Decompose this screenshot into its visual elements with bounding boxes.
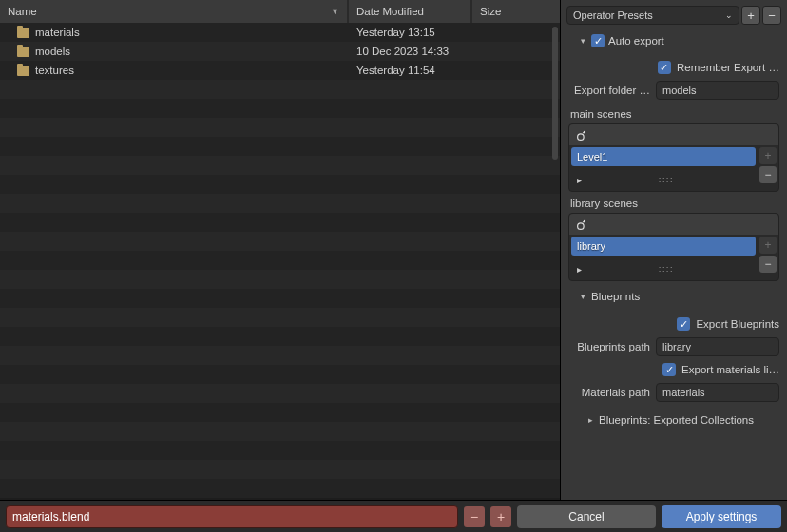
svg-point-3: [583, 220, 585, 222]
list-grip-icon[interactable]: ∷∷: [601, 264, 731, 275]
svg-point-0: [577, 133, 584, 140]
export-folder-field[interactable]: models: [656, 81, 779, 100]
list-remove-button[interactable]: −: [759, 256, 777, 273]
file-row[interactable]: materials Yesterday 13:15: [0, 23, 560, 42]
chevron-right-icon: ▸: [585, 415, 595, 425]
file-row[interactable]: [0, 346, 560, 365]
library-scenes-title: library scenes: [568, 192, 779, 211]
column-name[interactable]: Name ▼: [0, 0, 349, 23]
file-list[interactable]: materials Yesterday 13:15 models 10 Dec …: [0, 23, 560, 500]
column-date-label: Date Modified: [356, 6, 424, 17]
sort-indicator-icon: ▼: [331, 7, 339, 16]
main-scenes-title: main scenes: [568, 103, 779, 122]
remember-export-label: Remember Export …: [677, 62, 779, 73]
auto-export-section[interactable]: ▾ ✓ Auto export: [561, 30, 787, 51]
list-add-button[interactable]: +: [759, 237, 777, 254]
preset-add-button[interactable]: +: [741, 6, 760, 25]
file-row[interactable]: [0, 384, 560, 403]
cancel-button[interactable]: Cancel: [517, 505, 656, 528]
svg-point-2: [577, 222, 584, 229]
file-row[interactable]: [0, 251, 560, 270]
section-title: Auto export: [608, 35, 664, 47]
export-materials-label: Export materials li…: [681, 364, 779, 375]
file-row[interactable]: models 10 Dec 2023 14:33: [0, 42, 560, 61]
file-row[interactable]: [0, 194, 560, 213]
export-materials-checkbox[interactable]: ✓: [662, 363, 676, 376]
column-size-label: Size: [480, 6, 501, 17]
chevron-down-icon: ▾: [578, 36, 587, 46]
file-row[interactable]: [0, 270, 560, 289]
list-play-icon[interactable]: ▸: [577, 264, 582, 275]
columns-header: Name ▼ Date Modified Size: [0, 0, 560, 23]
blueprints-path-label: Blueprints path: [568, 341, 650, 352]
chevron-down-icon: ⌄: [725, 10, 733, 20]
list-play-icon[interactable]: ▸: [577, 175, 582, 185]
list-grip-icon[interactable]: ∷∷: [601, 175, 731, 185]
file-date: Yesterday 13:15: [356, 27, 435, 38]
file-row[interactable]: [0, 156, 560, 175]
file-name: textures: [35, 65, 74, 76]
column-size[interactable]: Size: [472, 0, 560, 23]
filename-field[interactable]: materials.blend: [6, 505, 458, 528]
file-browser: Name ▼ Date Modified Size materials Yest…: [0, 0, 561, 500]
file-row[interactable]: [0, 327, 560, 346]
list-add-button[interactable]: +: [759, 147, 777, 164]
export-blueprints-checkbox[interactable]: ✓: [677, 317, 690, 331]
filename-plus-button[interactable]: +: [490, 506, 511, 527]
file-row[interactable]: [0, 213, 560, 232]
chevron-down-icon: ▾: [578, 292, 587, 301]
main-scenes-list: Level1 ▸ ∷∷ + −: [568, 124, 779, 192]
file-row[interactable]: textures Yesterday 11:54: [0, 61, 560, 80]
file-date: 10 Dec 2023 14:33: [356, 46, 449, 57]
file-name: materials: [35, 27, 80, 38]
file-row[interactable]: [0, 118, 560, 137]
apply-settings-button[interactable]: Apply settings: [662, 505, 781, 528]
auto-export-checkbox[interactable]: ✓: [591, 34, 605, 48]
section-title: Blueprints: [591, 291, 640, 302]
folder-icon: [17, 47, 29, 57]
list-remove-button[interactable]: −: [759, 166, 777, 183]
materials-path-label: Materials path: [568, 387, 650, 398]
file-row[interactable]: [0, 422, 560, 441]
file-row[interactable]: [0, 175, 560, 194]
exported-collections-section[interactable]: ▸ Blueprints: Exported Collections: [561, 408, 787, 431]
file-row[interactable]: [0, 403, 560, 422]
scene-picker[interactable]: [569, 214, 778, 235]
scrollbar[interactable]: [552, 27, 558, 160]
folder-icon: [17, 28, 29, 38]
file-date: Yesterday 11:54: [356, 65, 435, 76]
bottom-bar: materials.blend − + Cancel Apply setting…: [0, 500, 787, 532]
file-row[interactable]: [0, 365, 560, 384]
file-name: models: [35, 46, 70, 57]
svg-point-1: [583, 131, 585, 133]
library-scenes-list: library ▸ ∷∷ + −: [568, 213, 779, 281]
settings-panel: Operator Presets ⌄ + − ▾ ✓ Auto export ✓…: [561, 0, 787, 500]
operator-presets-select[interactable]: Operator Presets ⌄: [566, 6, 739, 25]
file-row[interactable]: [0, 441, 560, 460]
file-row[interactable]: [0, 479, 560, 498]
file-row[interactable]: [0, 460, 560, 479]
folder-icon: [17, 66, 29, 76]
export-blueprints-label: Export Blueprints: [696, 318, 779, 330]
file-row[interactable]: [0, 289, 560, 308]
file-row[interactable]: [0, 80, 560, 99]
preset-label: Operator Presets: [573, 10, 653, 21]
scene-picker[interactable]: [569, 124, 778, 145]
list-item[interactable]: library: [571, 237, 756, 256]
preset-remove-button[interactable]: −: [762, 6, 781, 25]
materials-path-field[interactable]: materials: [656, 383, 779, 402]
file-row[interactable]: [0, 99, 560, 118]
eyedropper-icon: [575, 128, 588, 142]
blueprints-section[interactable]: ▾ Blueprints: [561, 285, 787, 308]
file-row[interactable]: [0, 308, 560, 327]
export-folder-label: Export folder …: [568, 85, 650, 96]
column-name-label: Name: [8, 6, 37, 17]
file-row[interactable]: [0, 137, 560, 156]
column-date[interactable]: Date Modified: [349, 0, 472, 23]
file-row[interactable]: [0, 232, 560, 251]
filename-minus-button[interactable]: −: [464, 506, 485, 527]
blueprints-path-field[interactable]: library: [656, 337, 779, 356]
list-item[interactable]: Level1: [571, 147, 756, 166]
remember-export-checkbox[interactable]: ✓: [658, 61, 671, 74]
eyedropper-icon: [575, 218, 588, 231]
